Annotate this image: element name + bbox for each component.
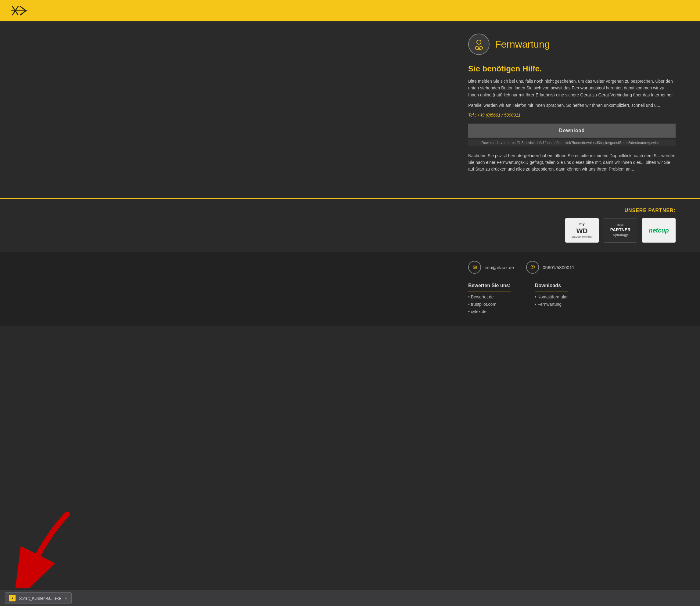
downloads-heading: Downloads [535,283,568,292]
svg-line-3 [20,11,26,15]
logo[interactable] [9,3,46,18]
main-content: Fernwartung Sie benötigen Hilfe. Bitte m… [0,21,700,199]
phone-text: 05601/5800011 [542,265,574,270]
trustpilot-link[interactable]: trustpilot.com [471,302,496,307]
download-item[interactable]: ⬇ pcvisit_Kunden-M....exe ∧ [5,592,72,604]
list-item[interactable]: Kontaktformular [535,295,568,299]
section-heading: Sie benötigen Hilfe. [468,64,676,73]
download-button[interactable]: Download [468,123,676,138]
page-title-row: Fernwartung [468,33,676,55]
body-text-1: Bitte melden Sie sich bei uns, falls noc… [468,78,676,98]
fernwartung-link[interactable]: Fernwartung [538,302,562,307]
cylex-link[interactable]: cylex.de [471,309,486,314]
footer-right: ✉ info@elaax.de ✆ 05601/5800011 Bewerten… [468,261,676,317]
contact-phone: ✆ 05601/5800011 [526,261,574,274]
svg-point-5 [477,40,481,44]
partner-netcup: netcup [642,218,676,242]
phone-icon: ✆ [526,261,539,274]
partners-section: UNSERE PARTNER: my WD SILVER Member 2019… [0,199,700,252]
footer-columns: Bewerten Sie uns: Bewertet.de trustpilot… [468,283,676,317]
bewertet-link[interactable]: Bewertet.de [471,295,494,299]
arrow-overlay [0,508,92,588]
email-icon: ✉ [468,261,481,274]
bewerten-heading: Bewerten Sie uns: [468,283,511,292]
svg-line-2 [20,6,26,11]
footer-col-downloads: Downloads Kontaktformular Fernwartung [535,283,568,317]
page-title: Fernwartung [495,39,550,50]
download-button-wrapper: Download [468,123,676,138]
email-text: info@elaax.de [485,265,514,270]
partners-title: UNSERE PARTNER: [468,208,676,213]
fernwartung-icon-circle [468,33,489,55]
exe-file-icon: ⬇ [9,595,16,601]
download-bar: ⬇ pcvisit_Kunden-M....exe ∧ [0,590,700,606]
list-item[interactable]: trustpilot.com [468,302,511,307]
after-download-text: Nachdem Sie pcvisit heruntergeladen habe… [468,152,676,173]
list-item[interactable]: cylex.de [468,309,511,314]
partner-synology: 2019 PARTNER Synology [604,218,637,242]
download-chevron-icon[interactable]: ∧ [64,596,68,600]
contact-email: ✉ info@elaax.de [468,261,514,274]
download-filename: pcvisit_Kunden-M....exe [19,596,61,601]
content-right: Fernwartung Sie benötigen Hilfe. Bitte m… [468,33,676,186]
footer-col-bewerten: Bewerten Sie uns: Bewertet.de trustpilot… [468,283,511,317]
partners-right: UNSERE PARTNER: my WD SILVER Member 2019… [468,208,676,242]
person-support-icon [473,38,485,50]
site-header [0,0,700,21]
svg-text:⬇: ⬇ [11,597,13,599]
kontaktformular-link[interactable]: Kontaktformular [538,295,568,299]
partner-logos: my WD SILVER Member 2019 PARTNER Synolog… [468,218,676,242]
partner-mywd: my WD SILVER Member [565,218,599,242]
list-item[interactable]: Bewertet.de [468,295,511,299]
phone-text: Tel.: +49 (0)5601 / 5800011 [468,113,676,117]
svg-point-7 [478,47,480,49]
site-footer: ✉ info@elaax.de ✆ 05601/5800011 Bewerten… [0,252,700,326]
bewerten-list: Bewertet.de trustpilot.com cylex.de [468,295,511,314]
body-text-2: Parallel werden wir am Telefon mit Ihnen… [468,102,676,109]
download-url-text: Downloade von https://lb3.pcvisit.de/v1/… [468,139,676,146]
footer-contact: ✉ info@elaax.de ✆ 05601/5800011 [468,261,676,274]
list-item[interactable]: Fernwartung [535,302,568,307]
downloads-list: Kontaktformular Fernwartung [535,295,568,307]
